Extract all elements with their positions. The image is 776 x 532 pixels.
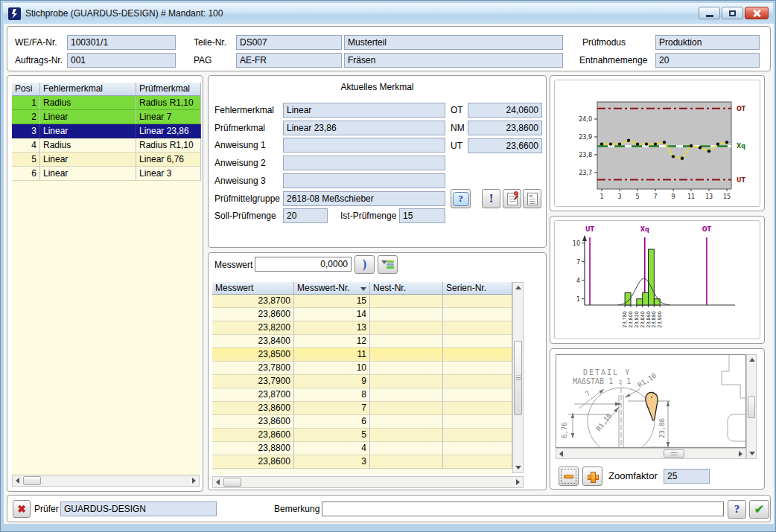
feature-row[interactable]: 3LinearLinear 23,86 — [12, 124, 201, 138]
warning-button[interactable]: ! — [482, 189, 500, 208]
measurement-cell — [443, 295, 512, 308]
feature-row[interactable]: 4RadiusRadius R1,10 — [12, 138, 201, 153]
feature-row[interactable]: 6LinearLinear 3 — [12, 167, 201, 181]
field-label: Anweisung 2 — [214, 158, 266, 168]
field-input-fehlermerkmal[interactable] — [283, 103, 445, 118]
measurement-row[interactable]: 23,86003 — [212, 455, 512, 469]
attachment-note-button[interactable] — [503, 189, 521, 208]
feature-table-body: 1RadiusRadius R1,102LinearLinear 73Linea… — [12, 96, 201, 181]
scroll-left-icon[interactable] — [16, 478, 19, 484]
measurement-panel: Messwert ) Messwert Messwert-Nr. — [208, 252, 547, 490]
scroll-down-icon[interactable] — [749, 452, 755, 455]
measurement-hscroll-thumb[interactable] — [223, 478, 241, 487]
histogram-chart: 14710UTXqOT23,78023,80023,82023,84023,86… — [555, 221, 760, 339]
column-header-fehlermerkmal[interactable]: Fehlermerkmal — [40, 83, 136, 96]
scroll-right-icon[interactable] — [192, 478, 196, 484]
scroll-left-icon[interactable] — [216, 479, 220, 485]
cancel-button[interactable]: ✖ — [13, 500, 31, 518]
measure-device-button[interactable]: ) — [354, 255, 375, 274]
teile-input[interactable] — [236, 35, 342, 50]
help-button[interactable]: ? — [728, 500, 746, 519]
zoom-out-button[interactable] — [559, 467, 579, 486]
column-header-messwert-nr[interactable]: Messwert-Nr. — [294, 282, 370, 295]
document-button[interactable] — [523, 189, 541, 208]
measurement-row[interactable]: 23,86006 — [212, 415, 512, 429]
column-header-posi[interactable]: Posi — [12, 83, 40, 96]
field-input-anweisung-1[interactable] — [283, 138, 445, 153]
pruefmodus-input[interactable] — [655, 35, 760, 50]
maximize-button[interactable] — [722, 7, 743, 19]
measurement-row[interactable]: 23,850011 — [212, 348, 512, 362]
field-input-anweisung-3[interactable] — [283, 173, 445, 188]
column-header-pruefmerkmal[interactable]: Prüfmerkmal — [136, 83, 201, 96]
measurement-row[interactable]: 23,870015 — [212, 295, 512, 308]
field-label: Prüfmittelgruppe — [214, 193, 280, 204]
limit-input-ut[interactable] — [468, 138, 542, 153]
sort-descending-icon — [360, 287, 366, 291]
zoomfaktor-input[interactable] — [664, 469, 710, 484]
measurement-row[interactable]: 23,780010 — [212, 362, 512, 375]
measurement-row[interactable]: 23,86007 — [212, 402, 512, 415]
close-button[interactable] — [745, 7, 769, 19]
feature-hscroll-thumb[interactable] — [23, 476, 41, 485]
svg-text:4: 4 — [576, 278, 580, 284]
measurement-row[interactable]: 23,87008 — [212, 388, 512, 402]
pag-desc-input[interactable] — [344, 53, 563, 68]
scroll-right-icon[interactable] — [739, 451, 742, 457]
zoom-in-button[interactable] — [582, 467, 602, 486]
measurement-row[interactable]: 23,860014 — [212, 308, 512, 321]
measurement-cell: 23,8200 — [212, 321, 294, 335]
pag-input[interactable] — [236, 53, 342, 68]
scale-title: MAßSTAB 1 : 1 — [573, 377, 631, 385]
feature-row[interactable]: 5LinearLinear 6,76 — [12, 153, 201, 167]
scroll-down-icon[interactable] — [515, 466, 521, 469]
measurement-vscroll-thumb[interactable] — [514, 341, 522, 415]
bemerkung-input[interactable] — [322, 501, 724, 516]
drawing-vscroll-thumb[interactable] — [748, 396, 755, 418]
checkmark-icon: ✔ — [754, 502, 764, 516]
window-title: Stichprobe (GUARDUS-DESIGN) # Mandant: 1… — [25, 8, 223, 19]
minimize-button[interactable] — [699, 7, 720, 19]
feature-cell: Linear — [40, 153, 136, 167]
scroll-left-icon[interactable] — [559, 451, 563, 457]
wefa-input[interactable] — [67, 35, 176, 50]
column-header-messwert[interactable]: Messwert — [212, 282, 294, 295]
pruefer-input[interactable] — [60, 501, 217, 516]
entnahmemenge-input[interactable] — [655, 53, 760, 68]
ist-pruefmenge-input[interactable] — [399, 208, 445, 223]
limit-input-nm[interactable] — [468, 121, 542, 135]
drawing-viewport[interactable]: DETAIL Y MAßSTAB 1 : 1 7 6,76 R1,10 R1,1… — [556, 354, 746, 448]
feature-row[interactable]: 2LinearLinear 7 — [12, 110, 201, 124]
field-input-pr-fmittelgruppe[interactable] — [283, 191, 445, 206]
sort-list-icon — [381, 260, 394, 270]
limit-input-ot[interactable] — [468, 103, 542, 118]
confirm-button[interactable]: ✔ — [749, 500, 769, 519]
measurement-cell: 7 — [294, 402, 370, 415]
messwert-input[interactable] — [255, 257, 352, 272]
teile-desc-input[interactable] — [344, 35, 563, 50]
pruefmittel-help-button[interactable]: ? — [451, 189, 471, 208]
measurement-cell: 11 — [294, 348, 370, 362]
measurement-row[interactable]: 23,820013 — [212, 321, 512, 335]
scroll-up-icon[interactable] — [515, 286, 521, 289]
field-input-pr-fmerkmal[interactable] — [283, 121, 445, 135]
column-header-serien-nr[interactable]: Serien-Nr. — [443, 282, 512, 295]
column-header-nest-nr[interactable]: Nest-Nr. — [370, 282, 443, 295]
feature-row[interactable]: 1RadiusRadius R1,10 — [12, 96, 201, 110]
measurement-cell — [443, 362, 512, 375]
scroll-right-icon[interactable] — [516, 479, 520, 485]
measurement-row[interactable]: 23,79009 — [212, 375, 512, 388]
auftrag-input[interactable] — [67, 53, 176, 68]
drawing-hscroll-thumb[interactable] — [664, 449, 684, 458]
field-input-anweisung-2[interactable] — [283, 156, 445, 170]
svg-text:7: 7 — [576, 259, 580, 266]
measurement-row[interactable]: 23,88004 — [212, 442, 512, 455]
soll-pruefmenge-input[interactable] — [283, 208, 328, 223]
measurement-row[interactable]: 23,86005 — [212, 429, 512, 442]
feature-cell: Linear 3 — [136, 167, 201, 181]
svg-text:23,900: 23,900 — [657, 311, 663, 328]
dim-6-76: 6,76 — [561, 422, 568, 438]
scroll-up-icon[interactable] — [749, 358, 755, 362]
value-list-button[interactable] — [378, 255, 398, 274]
measurement-row[interactable]: 23,840012 — [212, 335, 512, 348]
